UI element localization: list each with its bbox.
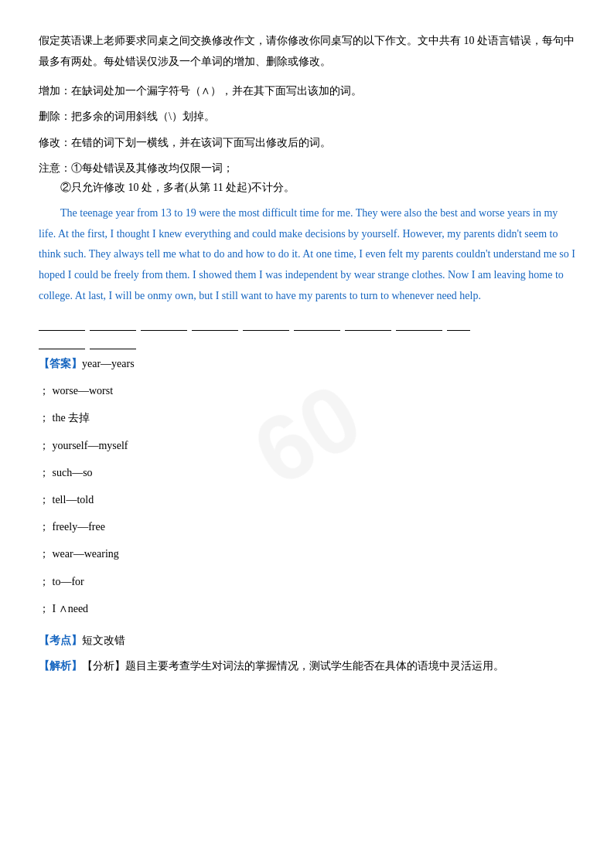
blank-line-1	[39, 317, 85, 331]
kaodian-label: 【考点】	[39, 635, 82, 646]
separator8: ；	[39, 548, 49, 560]
separator10: ；	[39, 603, 49, 614]
item6-text: tell—told	[53, 494, 94, 505]
answer-item8: ； wear—wearing	[39, 544, 575, 563]
separator7: ；	[39, 521, 49, 533]
answer-item5: ； such—so	[39, 463, 575, 482]
answer-item4: ； yourself—myself	[39, 436, 575, 455]
modify-text: 在错的词下划一横线，并在该词下面写出修改后的词。	[71, 137, 331, 148]
jiexi-section: 【解析】【分析】题目主要考查学生对词法的掌握情况，测试学生能否在具体的语境中灵活…	[39, 656, 575, 676]
separator2: ；	[39, 385, 49, 397]
answer-section: 【答案】year—years ； worse—worst ； the 去掉 ； …	[39, 354, 575, 618]
answer-item9: ； to—for	[39, 572, 575, 591]
answer-label: 【答案】	[39, 358, 82, 369]
separator5: ；	[39, 467, 49, 478]
delete-instruction: 删除：把多余的词用斜线（\）划掉。	[39, 107, 575, 126]
blank-line-3	[141, 317, 187, 331]
answer-lines-row2	[39, 335, 575, 349]
note-instruction: 注意：①每处错误及其修改均仅限一词； ②只允许修改 10 处，多者(从第 11 …	[39, 158, 575, 197]
item2-text: worse—worst	[53, 385, 114, 397]
kaodian-text: 短文改错	[82, 635, 125, 646]
item8-text: wear—wearing	[53, 548, 119, 560]
answer-item6: ； tell—told	[39, 490, 575, 509]
delete-label: 删除：	[39, 111, 71, 122]
item10-text: I ∧need	[53, 603, 89, 614]
modify-instruction: 修改：在错的词下划一横线，并在该词下面写出修改后的词。	[39, 133, 575, 152]
answer-item3: ； the 去掉	[39, 408, 575, 427]
add-instruction: 增加：在缺词处加一个漏字符号（∧），并在其下面写出该加的词。	[39, 81, 575, 100]
intro-text: 假定英语课上老师要求同桌之间交换修改作文，请你修改你同桌写的以下作文。文中共有 …	[39, 31, 575, 72]
note2-block: ②只允许修改 10 处，多者(从第 11 处起)不计分。	[39, 178, 575, 197]
note1-text: ①每处错误及其修改均仅限一词；	[71, 162, 234, 174]
answer-item2: ； worse—worst	[39, 381, 575, 400]
jiexi-text: 【分析】题目主要考查学生对词法的掌握情况，测试学生能否在具体的语境中灵活运用。	[82, 660, 504, 672]
item5-text: such—so	[53, 467, 93, 478]
blank-line-11	[90, 335, 136, 349]
blank-line-2	[90, 317, 136, 331]
blank-line-9	[447, 317, 470, 331]
item4-text: yourself—myself	[53, 440, 128, 451]
kaodian-section: 【考点】短文改错	[39, 631, 575, 650]
answer-item7: ； freely—free	[39, 517, 575, 536]
blank-line-8	[396, 317, 442, 331]
answer-item1: year—years	[82, 358, 135, 369]
jiexi-label: 【解析】	[39, 660, 82, 672]
answer-lines-row1	[39, 317, 575, 331]
add-label: 增加：	[39, 85, 71, 97]
blank-line-6	[294, 317, 340, 331]
answer-header: 【答案】year—years	[39, 354, 575, 373]
blank-line-5	[243, 317, 289, 331]
blank-line-7	[345, 317, 391, 331]
separator6: ；	[39, 494, 49, 505]
note2-text: ②只允许修改 10 处，多者(从第 11 处起)不计分。	[60, 182, 295, 193]
separator9: ；	[39, 576, 49, 587]
answer-item10: ； I ∧need	[39, 599, 575, 618]
blank-line-4	[192, 317, 238, 331]
item3-text: the 去掉	[53, 412, 90, 424]
instructions-block: 假定英语课上老师要求同桌之间交换修改作文，请你修改你同桌写的以下作文。文中共有 …	[39, 31, 575, 72]
add-text: 在缺词处加一个漏字符号（∧），并在其下面写出该加的词。	[71, 85, 362, 97]
separator4: ；	[39, 440, 49, 451]
passage-text: The teenage year from 13 to 19 were the …	[39, 203, 575, 306]
modify-label: 修改：	[39, 137, 71, 148]
separator3: ；	[39, 412, 49, 424]
delete-text: 把多余的词用斜线（\）划掉。	[71, 111, 215, 122]
item7-text: freely—free	[53, 521, 105, 533]
blank-line-10	[39, 335, 85, 349]
note-label: 注意：	[39, 162, 71, 174]
item9-text: to—for	[53, 576, 84, 587]
